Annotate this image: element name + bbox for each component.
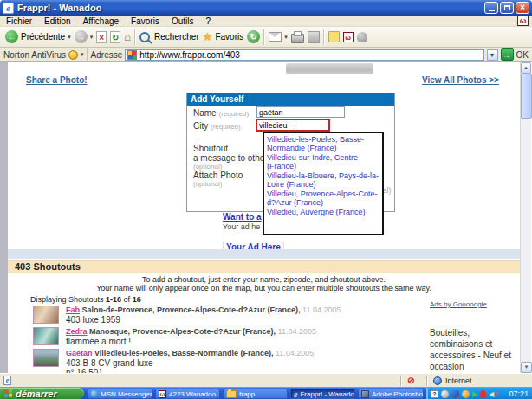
back-button[interactable]: ← Précédente ▾ — [5, 30, 71, 43]
shoutout-message: 403 B 8 CV grand luxe — [66, 358, 153, 368]
print-button[interactable] — [291, 34, 304, 43]
taskbar-clock: 07:21 — [509, 389, 532, 398]
city-suggestion[interactable]: Villedieu-la-Blouere, Pays-de-la-Loire (… — [267, 171, 380, 189]
tray-icon-play[interactable]: ▶ — [472, 390, 477, 398]
shoutout-author-link[interactable]: Gaëtan — [66, 349, 93, 357]
favorites-label: Favoris — [215, 32, 243, 42]
taskbar-button-msn[interactable]: MSN Messenger — [88, 389, 152, 399]
text-cursor — [295, 121, 295, 129]
maximize-button[interactable] — [500, 2, 514, 14]
shoutout-byline: Fab Salon-de-Provence, Provence-Alpes-Co… — [66, 306, 404, 314]
shoutout-byline: Gaëtan Villedieu-les-Poeles, Basse-Norma… — [66, 349, 404, 357]
tray-icon-person[interactable] — [480, 390, 486, 398]
status-bar: e ⊘ Internet — [0, 373, 532, 387]
ad-text-link[interactable]: Bouteilles, combinaisons et accessoires … — [430, 327, 511, 372]
browser-window: e Frappr! - Wanadoo × Fichier Edition Af… — [0, 0, 532, 399]
banner-placeholder — [286, 63, 373, 74]
shoutout-label: Shoutout — [193, 144, 228, 153]
search-label: Rechercher — [154, 32, 199, 42]
city-suggestion[interactable]: Villedieu, Provence-Alpes-Cote-d?Azur (F… — [267, 190, 380, 207]
blocked-popup-icon: ⊘ — [407, 376, 414, 385]
wanadoo-toolbar-button[interactable]: ω — [343, 32, 354, 42]
page-left-margin — [0, 62, 8, 373]
shoutout-thumbnail[interactable] — [33, 349, 59, 367]
norton-icon[interactable] — [68, 50, 78, 60]
view-all-photos-link[interactable]: View All Photos >> — [422, 75, 499, 85]
address-label: Adresse — [91, 50, 123, 60]
muted-speaker-icon[interactable]: ◀ — [489, 390, 494, 398]
shoutout-thumbnail[interactable] — [33, 306, 59, 324]
ads-by-google-link[interactable]: Ads by Gooooogle — [430, 300, 487, 308]
menu-outils[interactable]: Outils — [165, 16, 200, 27]
taskbar-button-frapp-folder[interactable]: frapp — [223, 389, 288, 399]
forward-dropdown-icon[interactable]: ▾ — [90, 34, 94, 41]
shoutouts-header-bar: 403 Shoutouts — [8, 260, 520, 273]
scroll-down-button[interactable]: ▼ — [521, 362, 532, 373]
menu-edition[interactable]: Edition — [38, 16, 77, 27]
addressbar-separator — [87, 47, 88, 62]
mail-dropdown-icon[interactable]: ▾ — [284, 34, 288, 41]
history-button[interactable]: ↻ — [247, 30, 260, 43]
menu-fichier[interactable]: Fichier — [0, 16, 38, 27]
displaying-count: Displaying Shoutouts 1-16 of 16 — [30, 295, 141, 304]
toolbar-separator — [323, 29, 325, 45]
close-button[interactable]: × — [516, 2, 529, 14]
help-tray-icon[interactable]: ? — [431, 390, 438, 398]
scrollbar-thumb[interactable] — [521, 74, 532, 119]
tray-icon-messenger[interactable] — [451, 390, 459, 398]
edit-button[interactable] — [308, 31, 320, 43]
city-suggestion[interactable]: Villedieu, Auvergne (France) — [267, 208, 380, 216]
notes-button[interactable] — [328, 31, 340, 42]
share-photo-link[interactable]: Share a Photo! — [26, 75, 88, 85]
shoutout-thumbnail[interactable] — [33, 327, 59, 345]
name-label: Name (required) — [193, 108, 249, 118]
shoutout-message: flammée a mort ! — [66, 337, 131, 346]
scroll-up-button[interactable]: ▲ — [521, 62, 531, 74]
back-dropdown-icon[interactable]: ▾ — [68, 34, 71, 41]
want-to-advertise-link[interactable]: Want to a — [223, 212, 262, 222]
taskbar-button-photoshop[interactable]: Adobe Photoshop — [358, 389, 424, 399]
address-dropdown-button[interactable]: ▼ — [487, 49, 498, 61]
tray-icon-gray[interactable] — [441, 390, 449, 398]
shoutouts-intro-line1: To add a shoutout, just enter your name,… — [8, 275, 520, 284]
mail-icon — [269, 32, 282, 42]
address-input[interactable]: http://www.frappr.com/403 — [125, 49, 483, 61]
mail-button[interactable]: ▾ — [269, 32, 288, 42]
site-favicon — [127, 50, 137, 60]
minimize-button[interactable] — [484, 2, 498, 14]
menu-affichage[interactable]: Affichage — [77, 16, 126, 27]
menu-favoris[interactable]: Favoris — [125, 16, 165, 27]
messenger-toolbar-button[interactable] — [357, 32, 367, 42]
internet-zone-label: Internet — [445, 376, 472, 385]
city-suggestion[interactable]: Villedieu-sur-Indre, Centre (France) — [267, 153, 380, 171]
tray-icon-orange[interactable] — [462, 390, 470, 398]
msn-messenger-icon — [91, 390, 98, 397]
attach-photo-label: Attach Photo — [193, 171, 243, 180]
ie-icon: e — [294, 389, 297, 399]
shoutout-author-link[interactable]: Zedra — [66, 327, 88, 336]
vertical-scrollbar[interactable]: ▲ ▼ — [520, 62, 531, 373]
city-suggestion[interactable]: Villedieu-les-Poeles, Basse-Normandie (F… — [267, 135, 380, 152]
home-button[interactable]: ⌂ — [124, 31, 131, 43]
shoutouts-header: 403 Shoutouts — [15, 261, 81, 272]
shoutout-author-link[interactable]: Fab — [66, 306, 80, 314]
window-controls: × — [484, 2, 529, 14]
refresh-button[interactable]: ↻ — [110, 31, 120, 43]
city-field[interactable] — [256, 119, 329, 131]
menu-aide[interactable]: ? — [199, 16, 217, 27]
stop-button[interactable]: × — [96, 31, 107, 43]
status-separator — [400, 376, 402, 386]
name-field[interactable] — [256, 106, 345, 118]
title-bar: e Frappr! - Wanadoo × — [0, 0, 532, 16]
forward-button[interactable]: → ▾ — [75, 30, 94, 43]
go-icon[interactable]: → — [501, 48, 514, 61]
taskbar-button-wanadoo-mail[interactable]: ω 4223 Wanadoo — [155, 389, 220, 399]
norton-dropdown-icon[interactable]: ▾ — [81, 51, 84, 58]
form-title: Add Yourself — [187, 93, 394, 106]
search-button[interactable]: Rechercher — [139, 32, 199, 42]
start-button[interactable]: démarrer — [0, 388, 84, 399]
favorites-button[interactable]: ★ Favoris — [203, 31, 243, 43]
toolbar-separator — [134, 29, 136, 45]
go-label[interactable]: OK — [516, 50, 529, 60]
taskbar-button-frappr[interactable]: e Frappr! - Wanadoo — [290, 389, 355, 399]
